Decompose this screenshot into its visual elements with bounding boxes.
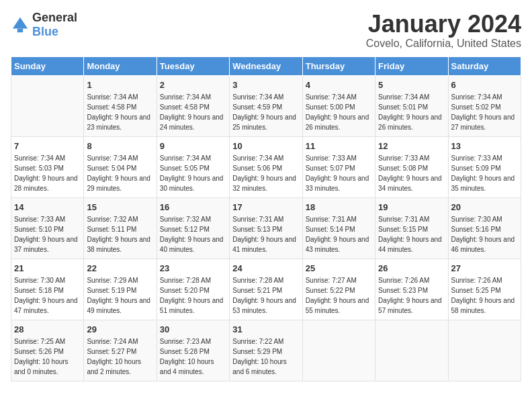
- calendar-cell: [448, 320, 521, 381]
- column-header-thursday: Thursday: [302, 56, 375, 75]
- week-row-4: 21Sunrise: 7:30 AMSunset: 5:18 PMDayligh…: [11, 259, 521, 320]
- calendar-cell: 6Sunrise: 7:34 AMSunset: 5:02 PMDaylight…: [448, 75, 521, 136]
- day-number: 26: [378, 263, 445, 273]
- calendar-cell: 29Sunrise: 7:24 AMSunset: 5:27 PMDayligh…: [84, 320, 157, 381]
- cell-info: Sunrise: 7:34 AMSunset: 4:58 PMDaylight:…: [160, 92, 226, 132]
- cell-info: Sunrise: 7:34 AMSunset: 5:01 PMDaylight:…: [378, 92, 445, 132]
- calendar-table: SundayMondayTuesdayWednesdayThursdayFrid…: [11, 56, 521, 381]
- cell-info: Sunrise: 7:34 AMSunset: 4:59 PMDaylight:…: [232, 92, 299, 132]
- day-number: 4: [306, 80, 372, 90]
- day-number: 18: [306, 202, 372, 212]
- calendar-cell: 3Sunrise: 7:34 AMSunset: 4:59 PMDaylight…: [230, 75, 302, 136]
- calendar-cell: 23Sunrise: 7:28 AMSunset: 5:20 PMDayligh…: [157, 259, 229, 320]
- calendar-cell: 21Sunrise: 7:30 AMSunset: 5:18 PMDayligh…: [11, 259, 84, 320]
- column-header-wednesday: Wednesday: [230, 56, 302, 75]
- calendar-body: 1Sunrise: 7:34 AMSunset: 4:58 PMDaylight…: [11, 75, 521, 381]
- calendar-cell: 1Sunrise: 7:34 AMSunset: 4:58 PMDaylight…: [84, 75, 157, 136]
- calendar-cell: 12Sunrise: 7:33 AMSunset: 5:08 PMDayligh…: [375, 136, 448, 197]
- calendar-cell: 18Sunrise: 7:31 AMSunset: 5:14 PMDayligh…: [302, 197, 375, 259]
- calendar-cell: 11Sunrise: 7:33 AMSunset: 5:07 PMDayligh…: [302, 136, 375, 197]
- calendar-cell: [375, 320, 448, 381]
- calendar-cell: 7Sunrise: 7:34 AMSunset: 5:03 PMDaylight…: [11, 136, 84, 197]
- calendar-cell: 15Sunrise: 7:32 AMSunset: 5:11 PMDayligh…: [84, 197, 157, 259]
- logo-blue: Blue: [32, 25, 58, 38]
- cell-info: Sunrise: 7:33 AMSunset: 5:10 PMDaylight:…: [14, 214, 81, 255]
- day-number: 22: [87, 263, 153, 273]
- calendar-cell: 26Sunrise: 7:26 AMSunset: 5:23 PMDayligh…: [375, 259, 448, 320]
- calendar-cell: 22Sunrise: 7:29 AMSunset: 5:19 PMDayligh…: [84, 259, 157, 320]
- column-header-saturday: Saturday: [448, 56, 521, 75]
- day-number: 20: [451, 202, 518, 212]
- column-header-monday: Monday: [84, 56, 157, 75]
- svg-marker-0: [13, 17, 28, 29]
- week-row-2: 7Sunrise: 7:34 AMSunset: 5:03 PMDaylight…: [11, 136, 521, 197]
- week-row-3: 14Sunrise: 7:33 AMSunset: 5:10 PMDayligh…: [11, 197, 521, 259]
- svg-rect-1: [17, 29, 23, 33]
- cell-info: Sunrise: 7:33 AMSunset: 5:08 PMDaylight:…: [378, 153, 445, 193]
- day-number: 5: [378, 80, 445, 90]
- calendar-cell: 10Sunrise: 7:34 AMSunset: 5:06 PMDayligh…: [230, 136, 302, 197]
- calendar-cell: 13Sunrise: 7:33 AMSunset: 5:09 PMDayligh…: [448, 136, 521, 197]
- cell-info: Sunrise: 7:27 AMSunset: 5:22 PMDaylight:…: [306, 275, 372, 316]
- day-number: 23: [160, 263, 226, 273]
- day-number: 16: [160, 202, 226, 212]
- cell-info: Sunrise: 7:30 AMSunset: 5:18 PMDaylight:…: [14, 275, 81, 316]
- cell-info: Sunrise: 7:31 AMSunset: 5:13 PMDaylight:…: [232, 214, 299, 255]
- week-row-5: 28Sunrise: 7:25 AMSunset: 5:26 PMDayligh…: [11, 320, 521, 381]
- cell-info: Sunrise: 7:22 AMSunset: 5:29 PMDaylight:…: [232, 336, 299, 377]
- calendar-cell: 28Sunrise: 7:25 AMSunset: 5:26 PMDayligh…: [11, 320, 84, 381]
- cell-info: Sunrise: 7:30 AMSunset: 5:16 PMDaylight:…: [451, 214, 518, 255]
- calendar-cell: 2Sunrise: 7:34 AMSunset: 4:58 PMDaylight…: [157, 75, 229, 136]
- day-number: 2: [160, 80, 226, 90]
- week-row-1: 1Sunrise: 7:34 AMSunset: 4:58 PMDaylight…: [11, 75, 521, 136]
- calendar-cell: 19Sunrise: 7:31 AMSunset: 5:15 PMDayligh…: [375, 197, 448, 259]
- logo: General Blue: [11, 11, 77, 39]
- cell-info: Sunrise: 7:29 AMSunset: 5:19 PMDaylight:…: [87, 275, 153, 316]
- calendar-subtitle: Covelo, California, United States: [366, 38, 521, 50]
- cell-info: Sunrise: 7:25 AMSunset: 5:26 PMDaylight:…: [14, 336, 81, 377]
- day-number: 15: [87, 202, 153, 212]
- calendar-cell: [302, 320, 375, 381]
- calendar-title: January 2024: [366, 11, 521, 38]
- calendar-cell: 8Sunrise: 7:34 AMSunset: 5:04 PMDaylight…: [84, 136, 157, 197]
- cell-info: Sunrise: 7:34 AMSunset: 5:03 PMDaylight:…: [14, 153, 81, 193]
- calendar-cell: 5Sunrise: 7:34 AMSunset: 5:01 PMDaylight…: [375, 75, 448, 136]
- day-number: 3: [232, 80, 299, 90]
- day-number: 17: [232, 202, 299, 212]
- calendar-cell: 14Sunrise: 7:33 AMSunset: 5:10 PMDayligh…: [11, 197, 84, 259]
- calendar-cell: 30Sunrise: 7:23 AMSunset: 5:28 PMDayligh…: [157, 320, 229, 381]
- day-number: 27: [451, 263, 518, 273]
- logo-icon: [11, 15, 30, 34]
- day-number: 8: [87, 141, 153, 151]
- calendar-cell: 16Sunrise: 7:32 AMSunset: 5:12 PMDayligh…: [157, 197, 229, 259]
- calendar-cell: 9Sunrise: 7:34 AMSunset: 5:05 PMDaylight…: [157, 136, 229, 197]
- calendar-cell: 17Sunrise: 7:31 AMSunset: 5:13 PMDayligh…: [230, 197, 302, 259]
- day-number: 21: [14, 263, 81, 273]
- day-number: 10: [232, 141, 299, 151]
- day-number: 12: [378, 141, 445, 151]
- cell-info: Sunrise: 7:28 AMSunset: 5:20 PMDaylight:…: [160, 275, 226, 316]
- cell-info: Sunrise: 7:32 AMSunset: 5:11 PMDaylight:…: [87, 214, 153, 255]
- day-number: 9: [160, 141, 226, 151]
- day-number: 19: [378, 202, 445, 212]
- calendar-cell: 25Sunrise: 7:27 AMSunset: 5:22 PMDayligh…: [302, 259, 375, 320]
- cell-info: Sunrise: 7:34 AMSunset: 5:04 PMDaylight:…: [87, 153, 153, 193]
- column-header-friday: Friday: [375, 56, 448, 75]
- calendar-cell: 4Sunrise: 7:34 AMSunset: 5:00 PMDaylight…: [302, 75, 375, 136]
- day-number: 7: [14, 141, 81, 151]
- day-number: 31: [232, 324, 299, 334]
- title-section: January 2024 Covelo, California, United …: [366, 11, 521, 50]
- cell-info: Sunrise: 7:28 AMSunset: 5:21 PMDaylight:…: [232, 275, 299, 316]
- cell-info: Sunrise: 7:34 AMSunset: 5:06 PMDaylight:…: [232, 153, 299, 193]
- cell-info: Sunrise: 7:34 AMSunset: 5:02 PMDaylight:…: [451, 92, 518, 132]
- calendar-header: SundayMondayTuesdayWednesdayThursdayFrid…: [11, 56, 521, 75]
- day-number: 14: [14, 202, 81, 212]
- calendar-cell: 31Sunrise: 7:22 AMSunset: 5:29 PMDayligh…: [230, 320, 302, 381]
- day-number: 28: [14, 324, 81, 334]
- calendar-cell: 24Sunrise: 7:28 AMSunset: 5:21 PMDayligh…: [230, 259, 302, 320]
- calendar-cell: 27Sunrise: 7:26 AMSunset: 5:25 PMDayligh…: [448, 259, 521, 320]
- day-number: 1: [87, 80, 153, 90]
- cell-info: Sunrise: 7:24 AMSunset: 5:27 PMDaylight:…: [87, 336, 153, 377]
- column-header-tuesday: Tuesday: [157, 56, 229, 75]
- day-number: 29: [87, 324, 153, 334]
